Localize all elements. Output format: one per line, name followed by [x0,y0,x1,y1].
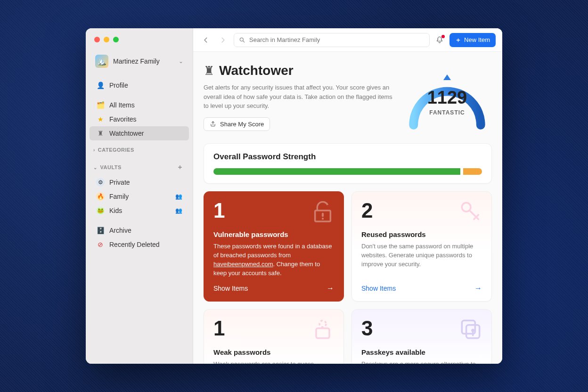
sidebar-item-label: Archive [109,227,131,234]
sidebar-item-label: All Items [109,101,135,109]
vault-label: Private [109,179,182,186]
sidebar-item-all-items[interactable]: 🗂️ All Items [90,98,189,112]
vault-kids-icon: 🐸 [96,206,105,215]
vault-item-private[interactable]: ⚙︎ Private [90,175,189,189]
archive-icon: 🗄️ [96,227,105,234]
strength-title: Overall Password Strength [213,152,482,162]
vault-family-icon: 🔥 [96,192,105,201]
app-window: 🏔️ Martinez Family ⌄ 👤 Profile 🗂️ All It… [86,28,502,364]
new-item-label: New Item [464,36,490,43]
minimize-window-button[interactable] [104,37,109,42]
main-panel: ＋ New Item ♜ Watchtower Get alerts for a… [193,28,502,364]
vault-item-family[interactable]: 🔥 Family 👥 [90,189,189,204]
arrow-right-icon: → [474,284,482,293]
nav-back-button[interactable] [200,34,212,46]
show-items-button[interactable]: Show Items → [213,278,334,293]
sidebar: 🏔️ Martinez Family ⌄ 👤 Profile 🗂️ All It… [86,28,193,364]
content-scroll[interactable]: ♜ Watchtower Get alerts for any security… [193,52,502,364]
close-window-button[interactable] [94,37,100,42]
arrow-right-icon [220,37,226,43]
issue-description: Weak passwords are easier to guess. Gene… [213,360,334,364]
share-icon [210,121,216,127]
passkeys-available-card: 3 Passkeys available Passkeys are a more… [351,309,492,364]
strength-good-segment [213,168,460,175]
chevron-down-icon: ⌄ [179,58,183,65]
vaults-section-header[interactable]: ⌄ VAULTS ＋ [86,155,193,175]
security-score-gauge: 1129 FANTASTIC [402,63,492,134]
issue-title: Vulnerable passwords [213,230,334,238]
maximize-window-button[interactable] [113,37,119,42]
strength-bar [213,168,482,175]
keys-icon [457,198,484,229]
vault-item-kids[interactable]: 🐸 Kids 👥 [90,204,189,218]
sidebar-item-label: Favorites [109,115,137,123]
sidebar-item-archive[interactable]: 🗄️ Archive [90,223,189,237]
reused-passwords-card: 2 Reused passwords Don't use the same pa… [351,191,492,302]
score-rating: FANTASTIC [402,109,492,116]
sidebar-item-watchtower[interactable]: ♜ Watchtower [90,126,189,140]
issue-description: These passwords were found in a database… [213,242,334,278]
arrow-left-icon [203,37,209,43]
issue-title: Passkeys available [361,348,482,356]
vulnerable-passwords-card: 1 Vulnerable passwords These passwords w… [204,191,344,302]
account-switcher[interactable]: 🏔️ Martinez Family ⌄ [90,52,189,71]
issue-description: Passkeys are a more secure alternative t… [361,360,482,364]
show-items-label: Show Items [361,285,396,292]
notification-badge [441,35,445,38]
page-header: ♜ Watchtower Get alerts for any security… [204,63,492,134]
passkey-icon [457,316,484,347]
shared-icon: 👥 [175,193,182,200]
sidebar-item-recently-deleted[interactable]: ⊘ Recently Deleted [90,237,189,252]
window-controls [86,37,193,42]
share-score-button[interactable]: Share My Score [204,117,270,131]
sidebar-item-label: Profile [109,82,128,89]
gauge-pointer-icon [443,74,451,80]
plus-icon: ＋ [455,36,461,44]
all-items-icon: 🗂️ [96,101,105,109]
svg-point-0 [240,38,243,41]
page-title: Watchtower [219,63,294,78]
notifications-button[interactable] [434,35,445,45]
chevron-down-icon: ⌄ [93,165,98,170]
sidebar-item-profile[interactable]: 👤 Profile [90,78,189,92]
sidebar-item-label: Recently Deleted [109,241,160,248]
section-label: CATEGORIES [98,147,134,153]
star-icon: ★ [96,115,105,123]
issue-title: Reused passwords [361,230,482,238]
show-items-label: Show Items [213,285,248,292]
show-items-button[interactable]: Show Items → [361,278,482,293]
vault-private-icon: ⚙︎ [96,178,105,187]
issue-grid: 1 Vulnerable passwords These passwords w… [204,191,492,364]
toolbar: ＋ New Item [193,28,502,52]
search-input[interactable] [249,36,425,43]
search-field[interactable] [234,33,430,47]
watchtower-title-icon: ♜ [204,64,214,78]
score-value: 1129 [402,88,492,108]
hibp-link[interactable]: haveibeenpwned.com [213,261,273,268]
nav-forward-button[interactable] [217,34,229,46]
watchtower-icon: ♜ [96,130,105,137]
password-strength-card: Overall Password Strength [204,143,492,184]
shared-icon: 👥 [175,207,182,214]
add-vault-button[interactable]: ＋ [175,162,186,172]
sidebar-item-favorites[interactable]: ★ Favorites [90,112,189,126]
weak-passwords-card: 1 Weak passwords Weak passwords are easi… [204,309,344,364]
vault-label: Kids [109,207,171,214]
vault-label: Family [109,193,171,200]
chevron-right-icon: › [93,147,95,153]
svg-point-2 [319,321,326,327]
lock-weak-icon [310,316,336,347]
account-avatar-icon: 🏔️ [95,55,108,68]
account-name: Martinez Family [113,57,174,65]
sidebar-item-label: Watchtower [109,130,144,137]
trash-icon: ⊘ [96,241,105,248]
share-score-label: Share My Score [220,121,264,128]
new-item-button[interactable]: ＋ New Item [449,33,496,47]
search-icon [239,37,245,43]
issue-title: Weak passwords [213,348,334,356]
page-description: Get alerts for any security issues that … [204,83,393,111]
profile-icon: 👤 [96,82,105,89]
issue-description: Don't use the same password on multiple … [361,242,482,269]
categories-section-header[interactable]: › CATEGORIES [86,140,193,155]
lock-open-alert-icon [310,198,336,229]
